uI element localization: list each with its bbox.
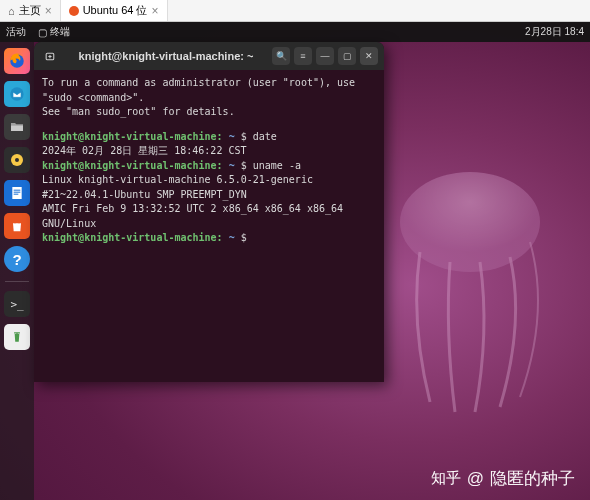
close-button[interactable]: ✕: [360, 47, 378, 65]
terminal-icon: >_: [10, 298, 23, 311]
close-icon: ✕: [365, 51, 373, 61]
vm-tab-home-label: 主页: [19, 3, 41, 18]
terminal-line: AMIC Fri Feb 9 13:32:52 UTC 2 x86_64 x86…: [42, 202, 376, 231]
terminal-app-icon: ▢: [38, 27, 47, 38]
prompt-path: ~: [223, 160, 235, 171]
minimize-button[interactable]: —: [316, 47, 334, 65]
svg-point-5: [15, 158, 19, 162]
vm-tab-ubuntu-label: Ubuntu 64 位: [83, 3, 148, 18]
prompt-separator: $: [235, 131, 253, 142]
terminal-line: To run a command as administrator (user …: [42, 76, 376, 105]
svg-rect-8: [14, 192, 21, 193]
wallpaper-jellyfish: [360, 162, 560, 422]
terminal-title: knight@knight-virtual-machine: ~: [64, 50, 268, 62]
app-menu-label: 终端: [50, 25, 70, 39]
blank-line: [42, 120, 376, 130]
menu-button[interactable]: ≡: [294, 47, 312, 65]
terminal-titlebar[interactable]: knight@knight-virtual-machine: ~ 🔍 ≡ — ▢…: [34, 42, 384, 70]
svg-rect-9: [14, 194, 19, 195]
hamburger-icon: ≡: [300, 51, 305, 61]
svg-point-2: [10, 87, 23, 100]
terminal-body[interactable]: To run a command as administrator (user …: [34, 70, 384, 382]
search-icon: 🔍: [276, 51, 287, 61]
terminal-line: 2024年 02月 28日 星期三 18:46:22 CST: [42, 144, 376, 159]
zhihu-logo: 知乎: [431, 469, 461, 488]
trash-icon: [10, 330, 24, 344]
prompt-user: knight@knight-virtual-machine:: [42, 232, 223, 243]
clock[interactable]: 2月28日 18:4: [525, 25, 584, 39]
new-tab-button[interactable]: [40, 46, 60, 66]
prompt-path: ~: [223, 232, 235, 243]
dock-terminal[interactable]: >_: [4, 291, 30, 317]
ubuntu-icon: [69, 6, 79, 16]
terminal-window: knight@knight-virtual-machine: ~ 🔍 ≡ — ▢…: [34, 42, 384, 382]
vm-tab-home[interactable]: ⌂ 主页 ×: [0, 0, 61, 21]
svg-point-10: [16, 333, 17, 334]
svg-point-0: [400, 172, 540, 272]
firefox-icon: [8, 52, 26, 70]
dock-help[interactable]: ?: [4, 246, 30, 272]
minimize-icon: —: [321, 51, 330, 61]
dock-rhythmbox[interactable]: [4, 147, 30, 173]
terminal-line: knight@knight-virtual-machine: ~ $ date: [42, 130, 376, 145]
maximize-icon: ▢: [343, 51, 352, 61]
help-icon: ?: [12, 251, 21, 268]
prompt-separator: $: [235, 232, 247, 243]
close-icon[interactable]: ×: [152, 4, 159, 18]
dock-separator: [5, 281, 29, 282]
prompt-user: knight@knight-virtual-machine:: [42, 131, 223, 142]
close-icon[interactable]: ×: [45, 4, 52, 18]
ubuntu-desktop: 活动 ▢ 终端 2月28日 18:4 ?: [0, 22, 590, 500]
prompt-user: knight@knight-virtual-machine:: [42, 160, 223, 171]
dock-libreoffice[interactable]: [4, 180, 30, 206]
dock-files[interactable]: [4, 114, 30, 140]
music-icon: [9, 152, 25, 168]
app-menu[interactable]: ▢ 终端: [38, 25, 70, 39]
terminal-line: Linux knight-virtual-machine 6.5.0-21-ge…: [42, 173, 376, 202]
watermark-user: 隐匿的种子: [490, 467, 575, 490]
vm-tab-strip: ⌂ 主页 × Ubuntu 64 位 ×: [0, 0, 590, 22]
shopping-bag-icon: [9, 218, 25, 234]
svg-rect-3: [11, 126, 23, 131]
mail-icon: [9, 86, 25, 102]
dock-trash[interactable]: [4, 324, 30, 350]
watermark-at: @: [467, 469, 484, 489]
gnome-topbar: 活动 ▢ 终端 2月28日 18:4: [0, 22, 590, 42]
home-icon: ⌂: [8, 5, 15, 17]
dock: ? >_: [0, 42, 34, 500]
search-button[interactable]: 🔍: [272, 47, 290, 65]
terminal-line: knight@knight-virtual-machine: ~ $ uname…: [42, 159, 376, 174]
dock-thunderbird[interactable]: [4, 81, 30, 107]
maximize-button[interactable]: ▢: [338, 47, 356, 65]
svg-rect-7: [14, 190, 21, 191]
svg-rect-6: [12, 187, 21, 199]
command-text: uname -a: [253, 160, 301, 171]
activities-button[interactable]: 活动: [6, 25, 26, 39]
command-text: date: [253, 131, 277, 142]
dock-firefox[interactable]: [4, 48, 30, 74]
files-icon: [9, 119, 25, 135]
new-tab-icon: [44, 50, 57, 63]
vm-tab-ubuntu[interactable]: Ubuntu 64 位 ×: [61, 0, 168, 21]
watermark: 知乎 @隐匿的种子: [431, 467, 575, 490]
terminal-line: knight@knight-virtual-machine: ~ $: [42, 231, 376, 246]
prompt-separator: $: [235, 160, 253, 171]
dock-software[interactable]: [4, 213, 30, 239]
document-icon: [9, 185, 25, 201]
prompt-path: ~: [223, 131, 235, 142]
terminal-line: See "man sudo_root" for details.: [42, 105, 376, 120]
